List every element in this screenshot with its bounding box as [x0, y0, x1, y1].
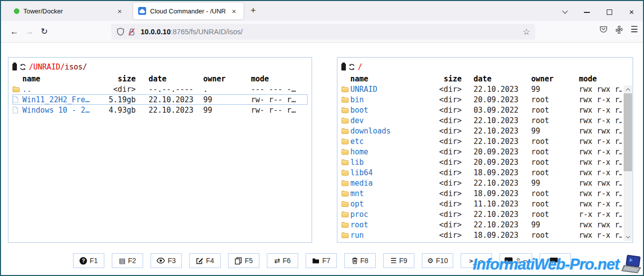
window-maximize-button[interactable] — [607, 9, 612, 15]
fkey-chat-button[interactable] — [540, 253, 571, 268]
file-name-link[interactable]: downloads — [350, 127, 391, 136]
column-header-name[interactable]: name — [350, 74, 435, 83]
tab-cloud-commander[interactable]: Cloud Commander - /UNRAID/ × — [133, 2, 243, 19]
fkey-f3-view-button[interactable]: F3 — [151, 253, 182, 268]
file-name-link[interactable]: run — [350, 231, 364, 240]
scrollbar[interactable] — [624, 85, 632, 241]
column-header-owner[interactable]: owner — [203, 74, 251, 83]
refresh-icon[interactable] — [19, 64, 26, 70]
pocket-icon[interactable] — [599, 25, 608, 34]
list-tabs-chevron-icon[interactable] — [562, 8, 567, 13]
fkey-f8-delete-button[interactable]: F8 — [344, 253, 376, 268]
fkey-f9-menu-button[interactable]: ☰ F9 — [383, 253, 414, 268]
file-row[interactable]: root <dir> 22.10.2023 99 rwx rwx r… — [341, 219, 622, 230]
fkey-f2-rename-button[interactable]: ▤ F2 — [112, 253, 143, 268]
file-row[interactable]: .. <dir> --.--.---- . --- --- -… — [12, 84, 308, 94]
file-row[interactable]: media <dir> 22.10.2023 99 rwx rwx r… — [341, 178, 622, 188]
file-row[interactable]: dev <dir> 22.10.2023 root rwx r-x r… — [341, 115, 622, 126]
tab-close-icon[interactable]: × — [115, 7, 124, 15]
file-name-link[interactable]: opt — [350, 200, 364, 208]
column-header-size[interactable]: size — [98, 74, 136, 83]
column-header-owner[interactable]: owner — [531, 74, 579, 83]
path-root-link[interactable]: / — [358, 63, 362, 71]
fkey-f10-config-button[interactable]: ⚙ F10 — [422, 253, 453, 268]
current-path[interactable]: / — [358, 63, 362, 71]
column-header-date[interactable]: date — [474, 74, 531, 83]
scrollbar-track[interactable] — [624, 93, 632, 233]
file-row[interactable]: UNRAID <dir> 22.10.2023 99 rwx rwx r… — [341, 84, 622, 94]
tab-close-icon[interactable]: × — [230, 7, 239, 15]
file-name-link[interactable]: lib — [350, 158, 364, 167]
file-row[interactable]: lib64 <dir> 18.09.2023 root rwx r-x r… — [341, 167, 622, 178]
file-date: --.--.---- — [149, 85, 203, 94]
function-key-bar: ? F1 ▤ F2 F3 F4 F5 ⇄ F6 F7 F8 ☰ F9 ⚙ F10… — [1, 253, 643, 268]
fkey-f4-edit-button[interactable]: F4 — [189, 253, 221, 268]
file-row[interactable]: lib <dir> 20.09.2023 root rwx r-x r… — [341, 157, 622, 167]
file-name-link[interactable]: Win11_22H2_Fre… — [22, 95, 89, 104]
file-name-link[interactable]: .. — [22, 85, 31, 94]
file-name-link[interactable]: boot — [350, 106, 368, 115]
fkey-terminal-button[interactable]: >_ ⇧ ~ — [499, 253, 532, 268]
file-row[interactable]: Win11_22H2_Fre… 5.19gb 22.10.2023 99 rw-… — [12, 94, 308, 105]
bookmark-star-icon[interactable]: ☆ — [523, 27, 530, 37]
file-owner: root — [531, 158, 579, 167]
file-row[interactable]: home <dir> 20.09.2023 root rwx r-x r… — [341, 146, 622, 157]
extensions-puzzle-icon[interactable] — [615, 25, 624, 34]
url-text[interactable]: 10.0.0.10:8765/fs/UNRAID/isos/ — [141, 28, 523, 36]
file-row[interactable]: opt <dir> 11.10.2023 root rwx r-x r… — [341, 199, 622, 209]
fkey-f5-copy-button[interactable]: F5 — [228, 253, 259, 268]
column-header-mode[interactable]: mode — [579, 74, 622, 83]
file-row[interactable]: etc <dir> 22.10.2023 root rwx r-x r… — [341, 136, 622, 146]
menu-hamburger-icon[interactable]: ☰ — [631, 24, 638, 35]
terminal-icon: >_ — [504, 257, 513, 264]
file-row[interactable]: bin <dir> 20.09.2023 root rwx r-x r… — [341, 94, 622, 105]
file-name-link[interactable]: root — [350, 220, 368, 229]
fkey-f1-help-button[interactable]: ? F1 — [73, 253, 104, 268]
column-header-date[interactable]: date — [149, 74, 203, 83]
shield-icon[interactable] — [116, 28, 125, 36]
file-name-link[interactable]: home — [350, 147, 368, 156]
scrollbar-thumb[interactable] — [624, 93, 632, 171]
column-header-name[interactable]: name — [22, 74, 98, 83]
scroll-up-icon[interactable] — [624, 85, 632, 93]
scroll-down-icon[interactable] — [624, 233, 632, 241]
url-bar[interactable]: 10.0.0.10:8765/fs/UNRAID/isos/ ☆ — [111, 24, 535, 40]
file-name-link[interactable]: media — [350, 179, 373, 188]
column-header-mode[interactable]: mode — [251, 74, 308, 83]
help-icon: ? — [80, 257, 87, 265]
file-row[interactable]: boot <dir> 03.09.2022 root rwx r-x r… — [341, 105, 622, 115]
battery-icon[interactable] — [341, 64, 346, 70]
file-row[interactable]: proc <dir> 22.10.2023 root r-x r-x r… — [341, 209, 622, 219]
file-name-link[interactable]: bin — [350, 95, 364, 104]
path-parent-link[interactable]: /UNRAID/ — [29, 63, 65, 71]
file-name-link[interactable]: lib64 — [350, 168, 373, 177]
file-name-link[interactable]: mnt — [350, 189, 364, 198]
window-minimize-button[interactable] — [584, 9, 590, 15]
file-name-link[interactable]: proc — [350, 210, 368, 219]
file-row[interactable]: run <dir> 18.09.2023 root rwx r-x r… — [341, 230, 622, 240]
tab-tower-docker[interactable]: Tower/Docker × — [9, 2, 129, 19]
current-path[interactable]: /UNRAID/isos/ — [29, 63, 87, 71]
reload-button[interactable]: ↻ — [37, 24, 52, 39]
file-name-link[interactable]: UNRAID — [350, 85, 377, 94]
refresh-icon[interactable] — [348, 64, 355, 70]
new-tab-button[interactable]: + — [250, 5, 256, 16]
folder-icon — [341, 148, 350, 155]
fkey-f7-mkdir-button[interactable]: F7 — [306, 253, 337, 268]
window-close-button[interactable]: × — [629, 9, 634, 15]
file-icon — [12, 106, 22, 114]
file-row[interactable]: downloads <dir> 22.10.2023 99 rwx rwx r… — [341, 126, 622, 136]
eye-icon — [157, 258, 165, 264]
file-owner: root — [531, 95, 579, 104]
battery-icon[interactable] — [12, 64, 17, 70]
insecure-lock-icon[interactable] — [128, 28, 136, 36]
file-row[interactable]: Windows 10 - 2… 4.93gb 22.10.2023 99 rw-… — [12, 105, 308, 115]
fkey-console-button[interactable]: >_ ~ — [461, 253, 492, 268]
file-name-link[interactable]: Windows 10 - 2… — [22, 106, 89, 115]
fkey-f6-move-button[interactable]: ⇄ F6 — [267, 253, 298, 268]
column-header-size[interactable]: size — [435, 74, 462, 83]
file-row[interactable]: mnt <dir> 18.09.2023 root rwx r-x r… — [341, 188, 622, 199]
back-button[interactable]: ← — [7, 24, 22, 39]
file-name-link[interactable]: dev — [350, 116, 364, 125]
file-name-link[interactable]: etc — [350, 137, 364, 146]
